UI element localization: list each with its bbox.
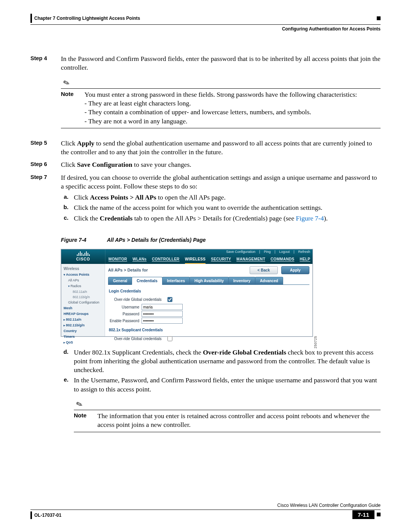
tab-general[interactable]: General <box>108 277 132 285</box>
t-bold: Save Configuration <box>77 161 132 168</box>
figure-title: All APs > Details for (Credentials) Page <box>107 236 206 244</box>
nav-management[interactable]: MANAGEMENT <box>236 257 265 262</box>
nav-wlans[interactable]: WLANs <box>132 257 147 262</box>
apply-button[interactable]: Apply <box>281 266 309 274</box>
page-number: 7-11 <box>352 510 374 519</box>
sub-letter: d. <box>61 348 68 375</box>
input-enable-password[interactable] <box>142 318 183 324</box>
substep-d: d. Under 802.1x Supplicant Credentials, … <box>61 348 381 375</box>
t: to open the All APs page. <box>156 193 226 201</box>
tab-interfaces[interactable]: Interfaces <box>162 277 190 285</box>
nav-commands[interactable]: COMMANDS <box>271 257 294 262</box>
section-login-credentials: Login Credentials <box>109 289 309 294</box>
figure-caption: Figure 7-4 All APs > Details for (Creden… <box>61 236 381 244</box>
sub-letter: a. <box>61 193 68 202</box>
label-username: Username <box>114 305 139 310</box>
t: In the Username, Password, and Confirm P… <box>74 376 381 394</box>
pen-icon: ✎ <box>75 398 84 410</box>
step-5: Step 5 Click Apply to send the global au… <box>30 139 381 157</box>
sidebar-item-mesh[interactable]: Mesh <box>64 306 102 311</box>
sidebar-item-global-config[interactable]: Global Configuration <box>68 300 102 305</box>
tab-inventory[interactable]: Inventory <box>228 277 255 285</box>
cisco-logo: CISCO <box>61 249 105 264</box>
sidebar-item-country[interactable]: Country <box>64 329 102 334</box>
sidebar-item-radios[interactable]: Radios <box>68 284 102 289</box>
step-4-text: In the Password and Confirm Password fie… <box>61 54 381 72</box>
t: Click the <box>74 214 100 222</box>
step-4: Step 4 In the Password and Confirm Passw… <box>30 54 381 135</box>
note-label: Note <box>61 90 78 126</box>
figure-number: Figure 7-4 <box>61 236 86 244</box>
sidebar-item-80211a[interactable]: 802.11a/n <box>64 318 102 322</box>
sidebar-item-qos[interactable]: QoS <box>64 340 102 345</box>
sidebar-item-radio-a[interactable]: 802.11a/n <box>73 290 102 294</box>
header-chapter: Chapter 7 Controlling Lightweight Access… <box>34 16 140 21</box>
tab-high-availability[interactable]: High Availability <box>190 277 229 285</box>
nav-wireless[interactable]: WIRELESS <box>185 257 206 264</box>
util-refresh[interactable]: Refresh <box>298 250 310 255</box>
footer-bar-icon <box>30 511 32 519</box>
t: Click <box>74 193 90 201</box>
note-label: Note <box>74 412 91 430</box>
input-password[interactable] <box>142 311 183 317</box>
page-footer: Cisco Wireless LAN Controller Configurat… <box>30 503 381 519</box>
step-label: Step 6 <box>30 160 53 169</box>
main-panel: All APs > Details for < Back Apply Gener… <box>105 264 312 336</box>
substep-b: b. Click the name of the access point fo… <box>61 203 381 212</box>
nav-help[interactable]: HELP <box>299 257 310 262</box>
substep-a: a. Click Access Points > All APs to open… <box>61 193 381 202</box>
header-bar-icon <box>30 14 32 23</box>
footer-doc-id: OL-17037-01 <box>34 513 61 518</box>
sidebar-item-access-points[interactable]: Access Points <box>64 273 102 277</box>
pen-icon: ✎ <box>62 77 71 88</box>
cisco-bars-icon <box>77 251 90 256</box>
label-enable-password: Enable Password <box>106 318 139 323</box>
cisco-text: CISCO <box>76 257 90 262</box>
t-bold: Apply <box>77 139 94 147</box>
t: to save your changes. <box>132 161 191 168</box>
sub-letter: c. <box>61 214 68 223</box>
note-bullet: - They are not a word in any language. <box>84 117 381 126</box>
step-7: Step 7 If desired, you can choose to ove… <box>30 173 381 439</box>
util-logout[interactable]: Logout <box>279 250 290 255</box>
nav-security[interactable]: SECURITY <box>211 257 231 262</box>
nav-controller[interactable]: CONTROLLER <box>152 257 179 262</box>
step-label: Step 4 <box>30 54 53 135</box>
sidebar-item-all-aps[interactable]: All APs <box>68 278 102 283</box>
header-section: Configuring Authentication for Access Po… <box>30 24 381 32</box>
note-bullet: - They contain a combination of upper- a… <box>84 108 381 117</box>
label-override-8021x: Over-ride Global credentials <box>114 336 164 341</box>
input-username[interactable] <box>142 304 183 310</box>
tab-advanced[interactable]: Advanced <box>255 277 283 285</box>
tab-credentials[interactable]: Credentials <box>132 277 162 285</box>
footer-guide: Cisco Wireless LAN Controller Configurat… <box>30 503 381 510</box>
step-6: Step 6 Click Save Configuration to save … <box>30 160 381 169</box>
util-save-config[interactable]: Save Configuration <box>226 250 255 255</box>
sidebar-item-80211b[interactable]: 802.11b/g/n <box>64 323 102 328</box>
sidebar-item-timers[interactable]: Timers <box>64 335 102 339</box>
label-password: Password <box>114 312 139 316</box>
checkbox-override-8021x[interactable] <box>167 336 172 341</box>
t-bold: Credentials <box>100 214 132 222</box>
figure-link[interactable]: Figure 7-4 <box>296 214 324 222</box>
sidebar-heading: Wireless <box>64 266 102 271</box>
page-title: All APs > Details for <box>108 267 148 273</box>
util-ping[interactable]: Ping <box>264 250 271 255</box>
section-8021x: 802.1x Supplicant Credentials <box>109 328 309 332</box>
sub-letter: b. <box>61 203 68 212</box>
footer-square-icon <box>377 513 381 516</box>
nav-monitor[interactable]: MONITOR <box>108 257 127 262</box>
sidebar-item-radio-b[interactable]: 802.11b/g/n <box>73 295 102 299</box>
main-nav: MONITOR WLANs CONTROLLER WIRELESS SECURI… <box>105 255 312 264</box>
sidebar-item-hreap[interactable]: HREAP Groups <box>64 312 102 316</box>
back-button[interactable]: < Back <box>250 266 278 274</box>
label-override: Over-ride Global credentials <box>114 297 164 302</box>
ui-screenshot: CISCO Save Configuration | Ping | Logout… <box>61 249 313 337</box>
note-lead: You must enter a strong password in thes… <box>84 90 381 99</box>
t: tab to open the All APs > Details for (C… <box>132 214 296 222</box>
step-label: Step 7 <box>30 173 53 439</box>
t: ). <box>324 214 328 222</box>
substep-e: e. In the Username, Password, and Confir… <box>61 376 381 394</box>
checkbox-override-login[interactable] <box>167 297 172 302</box>
note-block: ✎ Note The information that you enter is… <box>74 399 381 432</box>
